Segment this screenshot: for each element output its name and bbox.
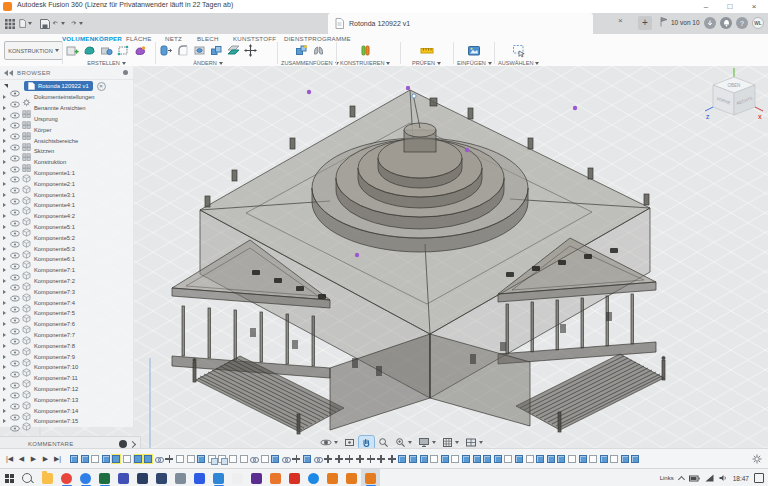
timeline-feature-component[interactable] bbox=[70, 455, 78, 463]
browser-item[interactable]: Komponente1:1 bbox=[0, 168, 133, 179]
browser-item[interactable]: Komponente7:14 bbox=[0, 405, 133, 416]
timeline-feature-move[interactable] bbox=[377, 455, 385, 463]
construction-plane-icon[interactable] bbox=[359, 44, 372, 57]
expand-icon[interactable] bbox=[3, 203, 10, 207]
create-freeform-icon[interactable] bbox=[134, 44, 147, 57]
browser-item[interactable]: Komponente7:6 bbox=[0, 319, 133, 330]
timeline-feature-joint[interactable] bbox=[282, 455, 290, 463]
job-status-indicator[interactable]: 10 von 10 bbox=[660, 17, 700, 27]
visibility-eye-icon[interactable] bbox=[10, 202, 20, 209]
notification-bell-icon[interactable] bbox=[720, 17, 732, 29]
browser-item[interactable]: Komponente7:5 bbox=[0, 308, 133, 319]
visibility-eye-icon[interactable] bbox=[10, 137, 20, 144]
save-icon[interactable] bbox=[38, 17, 51, 30]
taskbar-app-app-red[interactable] bbox=[285, 469, 304, 486]
timeline-feature-sketch[interactable] bbox=[123, 455, 131, 463]
tab-volumenkoerper[interactable]: VOLUMENKÖRPER bbox=[62, 35, 122, 42]
timeline-feature-move[interactable] bbox=[356, 455, 364, 463]
visibility-eye-icon[interactable] bbox=[10, 126, 20, 133]
timeline-feature-component[interactable] bbox=[102, 455, 110, 463]
visibility-eye-icon[interactable] bbox=[10, 105, 20, 112]
browser-root-row[interactable]: Rotonda 120922 v1 × bbox=[0, 80, 133, 92]
taskbar-app-autodesk-app-2[interactable] bbox=[342, 469, 361, 486]
minimize-button[interactable]: – bbox=[694, 0, 718, 13]
clock[interactable]: 18:47 bbox=[733, 475, 749, 482]
expand-icon[interactable] bbox=[3, 117, 10, 121]
visibility-eye-icon[interactable] bbox=[10, 418, 20, 425]
speaker-icon[interactable] bbox=[719, 474, 728, 482]
browser-item[interactable]: Benannte Ansichten bbox=[0, 103, 133, 114]
timeline-feature-sketch[interactable] bbox=[451, 455, 459, 463]
visibility-eye-icon[interactable] bbox=[10, 234, 20, 241]
select-icon[interactable] bbox=[512, 44, 526, 58]
browser-item[interactable]: Komponente7:1 bbox=[0, 265, 133, 276]
browser-item[interactable]: Ursprung bbox=[0, 114, 133, 125]
browser-item[interactable]: Komponente5:1 bbox=[0, 222, 133, 233]
visibility-eye-icon[interactable] bbox=[10, 213, 20, 220]
timeline-feature-move[interactable] bbox=[367, 455, 375, 463]
timeline-feature-move[interactable] bbox=[165, 455, 173, 463]
browser-item[interactable]: Komponente7:9 bbox=[0, 351, 133, 362]
timeline-feature-component[interactable] bbox=[398, 455, 406, 463]
job-queue-icon[interactable] bbox=[704, 17, 716, 29]
timeline-feature-joint[interactable] bbox=[155, 455, 163, 463]
expand-icon[interactable] bbox=[3, 236, 10, 240]
expand-icon[interactable] bbox=[3, 182, 10, 186]
help-icon[interactable]: ? bbox=[736, 17, 748, 29]
browser-item[interactable]: Komponente4:1 bbox=[0, 200, 133, 211]
visibility-eye-icon[interactable] bbox=[10, 364, 20, 371]
press-pull-icon[interactable] bbox=[159, 44, 172, 57]
expand-icon[interactable] bbox=[3, 365, 10, 369]
browser-item[interactable]: Komponente7:11 bbox=[0, 373, 133, 384]
browser-item[interactable]: Komponente6:1 bbox=[0, 254, 133, 265]
fillet-icon[interactable] bbox=[176, 44, 189, 57]
tab-blech[interactable]: BLECH bbox=[197, 35, 219, 42]
browser-item[interactable]: Komponente2:1 bbox=[0, 178, 133, 189]
maximize-button[interactable]: □ bbox=[718, 0, 742, 13]
taskbar-app-app-blue[interactable] bbox=[190, 469, 209, 486]
timeline-feature-component[interactable] bbox=[441, 455, 449, 463]
browser-item[interactable]: Komponente3:1 bbox=[0, 189, 133, 200]
expand-icon[interactable] bbox=[3, 106, 10, 110]
visibility-eye-icon[interactable] bbox=[10, 331, 20, 338]
new-tab-button[interactable]: + bbox=[638, 16, 652, 30]
data-panel-icon[interactable] bbox=[3, 17, 16, 30]
timeline-feature-component[interactable] bbox=[409, 455, 417, 463]
taskbar-app-app-orange[interactable] bbox=[266, 469, 285, 486]
expand-icon[interactable] bbox=[3, 333, 10, 337]
offset-face-icon[interactable] bbox=[227, 44, 240, 57]
root-document-pill[interactable]: Rotonda 120922 v1 bbox=[24, 81, 93, 91]
expand-icon[interactable] bbox=[3, 139, 10, 143]
taskbar-search-icon[interactable] bbox=[22, 473, 32, 483]
timeline-feature-sketch[interactable] bbox=[589, 455, 597, 463]
collapse-panel-icon[interactable] bbox=[4, 70, 8, 76]
browser-options-icon[interactable] bbox=[123, 70, 128, 75]
create-sketch-icon[interactable] bbox=[117, 44, 130, 57]
timeline-feature-sketch[interactable] bbox=[176, 455, 184, 463]
expand-icon[interactable] bbox=[3, 311, 10, 315]
timeline-feature-sketch[interactable] bbox=[504, 455, 512, 463]
expand-icon[interactable] bbox=[3, 268, 10, 272]
browser-item[interactable]: Komponente7:13 bbox=[0, 394, 133, 405]
move-copy-icon[interactable] bbox=[244, 44, 257, 57]
view-cube[interactable]: OBEN VORNE RECHTS Z X bbox=[702, 68, 766, 138]
browser-item[interactable]: Komponente7:3 bbox=[0, 286, 133, 297]
browser-item[interactable]: Komponente7:8 bbox=[0, 340, 133, 351]
taskbar-app-app-purple[interactable] bbox=[247, 469, 266, 486]
battery-icon[interactable] bbox=[689, 475, 700, 482]
timeline-feature-move[interactable] bbox=[335, 455, 343, 463]
taskbar-app-fusion-360[interactable] bbox=[361, 469, 380, 486]
timeline-feature-component[interactable] bbox=[557, 455, 565, 463]
hidden-icons-chevron[interactable] bbox=[678, 475, 685, 482]
timeline-feature-sketch[interactable] bbox=[240, 455, 248, 463]
document-tab[interactable]: Rotonda 120922 v1 bbox=[328, 13, 593, 34]
timeline-feature-move[interactable] bbox=[324, 455, 332, 463]
expand-icon[interactable] bbox=[3, 193, 10, 197]
redo-icon[interactable] bbox=[70, 17, 83, 30]
taskbar-app-autodesk-app-1[interactable] bbox=[323, 469, 342, 486]
create-box-icon[interactable] bbox=[100, 44, 113, 57]
timeline-feature-highlighted-feature[interactable] bbox=[144, 455, 152, 463]
visibility-eye-icon[interactable] bbox=[10, 396, 20, 403]
timeline-feature-sketch[interactable] bbox=[187, 455, 195, 463]
visibility-eye-icon[interactable] bbox=[10, 169, 20, 176]
